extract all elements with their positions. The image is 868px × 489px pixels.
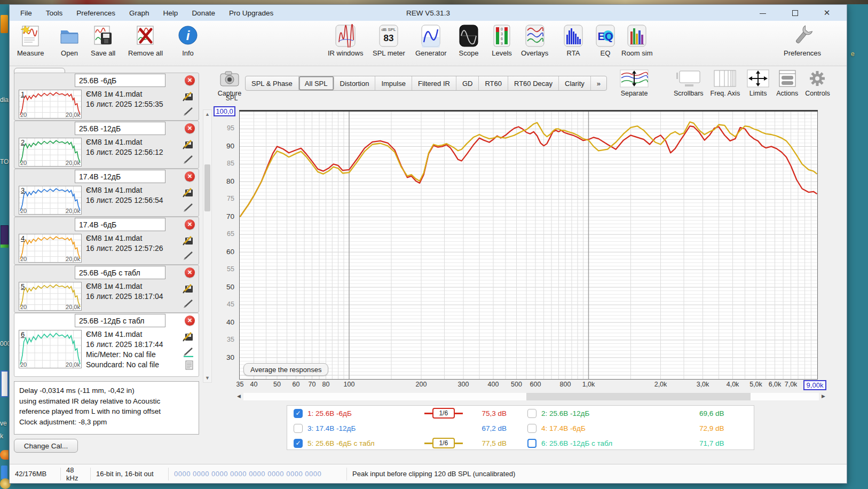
tab-distortion[interactable]: Distortion xyxy=(334,76,376,90)
edit-trace-icon[interactable] xyxy=(183,202,194,215)
scroll-right-icon[interactable]: ▶ xyxy=(822,393,825,399)
measurement-thumbnail[interactable]: 3 20 20,0k xyxy=(19,186,82,215)
freq-axis-button[interactable]: Freq. Axis xyxy=(711,69,740,97)
save-measurement-icon[interactable] xyxy=(183,187,194,200)
edit-trace-icon[interactable] xyxy=(183,154,194,167)
menu-help[interactable]: Help xyxy=(163,9,178,17)
measurement-card-1[interactable]: 25.6В -6дБ ✕ 1 20 20,0k ЄМ8 1м 41.mdat 1… xyxy=(14,73,199,121)
trace-3-label[interactable]: 3: 17.4В -12дБ xyxy=(307,424,412,432)
measurement-name-input[interactable]: 25.6В -12дБ xyxy=(75,122,165,135)
levels-button[interactable]: 0 3 6 9 Levels xyxy=(490,24,514,57)
y-max-input[interactable]: 100,0 xyxy=(214,106,235,116)
scroll-left-icon[interactable]: ◀ xyxy=(237,393,241,399)
tab-impulse[interactable]: Impulse xyxy=(375,76,412,90)
trace-6-label[interactable]: 6: 25.6В -12дБ с табл xyxy=(541,439,699,447)
save-measurement-icon[interactable] xyxy=(183,331,194,344)
generator-button[interactable]: Generator xyxy=(415,24,447,57)
measurement-name-input[interactable]: 25.6В -12дБ с табл xyxy=(75,314,165,327)
tabs-overflow-button[interactable]: » xyxy=(591,76,606,90)
delete-measurement-icon[interactable]: ✕ xyxy=(185,316,195,326)
room-sim-button[interactable]: Room sim xyxy=(621,24,653,57)
trace-4-label[interactable]: 4: 17.4В -6дБ xyxy=(541,424,699,432)
measurement-card-2[interactable]: 25.6В -12дБ ✕ 2 20 20,0k ЄМ8 1м 41.mdat … xyxy=(14,121,199,169)
tab-clarity[interactable]: Clarity xyxy=(559,76,591,90)
save-measurement-icon[interactable] xyxy=(183,139,194,152)
save-measurement-icon[interactable] xyxy=(183,91,194,104)
trace-4-checkbox[interactable]: ✓ xyxy=(527,424,536,433)
measurement-name-input[interactable]: 25.6В -6дБ xyxy=(75,74,165,87)
edit-trace-icon[interactable] xyxy=(183,250,194,263)
measurement-card-6[interactable]: 25.6В -12дБ с табл ✕ 6 20 20,0k ЄМ8 1м 4… xyxy=(14,313,199,377)
measurement-thumbnail[interactable]: 6 20 20,0k xyxy=(19,330,82,368)
trace-5-label[interactable]: 5: 25.6В -6дБ с табл xyxy=(307,439,412,447)
trace-6-checkbox[interactable]: ✓ xyxy=(527,439,536,448)
remove-all-button[interactable]: Remove all xyxy=(128,24,163,57)
measurement-name-input[interactable]: 25.6В -6дБ с табл xyxy=(75,266,165,279)
open-button[interactable]: Open xyxy=(58,24,81,57)
measurement-thumbnail[interactable]: 4 20 20,0k xyxy=(19,234,82,263)
scroll-down-icon[interactable]: ▼ xyxy=(203,375,211,381)
tab-all-spl[interactable]: All SPL xyxy=(299,76,334,90)
change-cal-button[interactable]: Change Cal... xyxy=(14,439,78,453)
scroll-up-icon[interactable]: ▲ xyxy=(203,112,211,117)
scrollbars-button[interactable]: Scrollbars xyxy=(674,69,704,97)
controls-button[interactable]: Controls xyxy=(805,69,830,97)
scope-button[interactable]: Scope xyxy=(457,24,480,57)
menu-preferences[interactable]: Preferences xyxy=(76,9,115,17)
trace-2-label[interactable]: 2: 25.6В -12дБ xyxy=(541,409,699,417)
measurement-card-4[interactable]: 17.4В -6дБ ✕ 4 20 20,0k ЄМ8 1м 41.mdat 1… xyxy=(14,217,199,265)
save-all-button[interactable]: Save all xyxy=(91,24,115,57)
save-measurement-icon[interactable] xyxy=(183,235,194,248)
delete-measurement-icon[interactable]: ✕ xyxy=(185,123,195,133)
measurement-card-3[interactable]: 17.4В -12дБ ✕ 3 20 20,0k ЄМ8 1м 41.mdat … xyxy=(14,169,199,217)
notes-icon[interactable] xyxy=(185,360,194,372)
preferences-button[interactable]: Preferences xyxy=(784,24,821,57)
tab-rt60[interactable]: RT60 xyxy=(479,76,508,90)
actions-button[interactable]: Actions xyxy=(776,69,798,97)
trace-2-checkbox[interactable]: ✓ xyxy=(527,409,536,418)
trace-5-checkbox[interactable]: ✓ xyxy=(294,439,303,448)
trace-3-checkbox[interactable]: ✓ xyxy=(294,424,303,433)
info-button[interactable]: i Info xyxy=(176,24,200,57)
scrollbar-thumb[interactable] xyxy=(204,164,210,211)
measurement-thumbnail[interactable]: 2 20 20,0k xyxy=(19,138,82,167)
trace-1-smoothing-badge[interactable]: 1/6 xyxy=(432,408,455,419)
measurement-name-input[interactable]: 17.4В -12дБ xyxy=(75,170,165,183)
delete-measurement-icon[interactable]: ✕ xyxy=(185,267,195,278)
measurement-thumbnail[interactable]: 1 20 20,0k xyxy=(19,90,82,119)
menu-file[interactable]: File xyxy=(20,9,32,17)
sidebar-scrollbar[interactable]: ▲ ▼ xyxy=(203,109,212,383)
trace-1-label[interactable]: 1: 25.6В -6дБ xyxy=(307,409,412,417)
measurement-thumbnail[interactable]: 5 20 20,0k xyxy=(19,282,82,311)
trace-1-checkbox[interactable]: ✓ xyxy=(294,409,303,418)
scrollbar-track[interactable] xyxy=(243,393,819,400)
edit-trace-icon[interactable] xyxy=(183,106,194,119)
average-responses-button[interactable]: Average the responses xyxy=(243,363,328,376)
menu-donate[interactable]: Donate xyxy=(192,9,215,17)
delete-measurement-icon[interactable]: ✕ xyxy=(185,219,195,230)
delete-measurement-icon[interactable]: ✕ xyxy=(185,171,195,182)
trace-5-smoothing-badge[interactable]: 1/6 xyxy=(432,438,455,448)
save-measurement-icon[interactable] xyxy=(183,283,194,296)
menu-graph[interactable]: Graph xyxy=(129,9,149,17)
measurement-name-input[interactable]: 17.4В -6дБ xyxy=(75,218,165,231)
eq-button[interactable]: EQ EQ xyxy=(594,24,617,57)
tab-rt60-decay[interactable]: RT60 Decay xyxy=(508,76,559,90)
menu-pro-upgrades[interactable]: Pro Upgrades xyxy=(229,9,273,17)
capture-button[interactable]: Capture xyxy=(216,70,243,97)
spl-meter-button[interactable]: dB SPL 83 SPL meter xyxy=(373,24,405,57)
overlays-button[interactable]: Overlays xyxy=(521,24,548,57)
measurement-card-5[interactable]: 25.6В -6дБ с табл ✕ 5 20 20,0k ЄМ8 1м 41… xyxy=(14,265,199,313)
close-button[interactable]: ✕ xyxy=(819,8,835,18)
edit-trace-icon[interactable] xyxy=(183,346,194,359)
edit-trace-icon[interactable] xyxy=(183,298,194,311)
limits-button[interactable]: Limits xyxy=(747,69,769,97)
rta-button[interactable]: RTA xyxy=(562,24,585,57)
separate-button[interactable]: Separate xyxy=(620,69,649,97)
minimize-button[interactable] xyxy=(755,9,771,18)
maximize-button[interactable] xyxy=(787,9,803,18)
measure-button[interactable]: Measure xyxy=(17,24,44,57)
x-max-input[interactable]: 9,00k xyxy=(803,380,826,390)
delete-measurement-icon[interactable]: ✕ xyxy=(185,75,195,85)
tab-filtered-ir[interactable]: Filtered IR xyxy=(412,76,456,90)
